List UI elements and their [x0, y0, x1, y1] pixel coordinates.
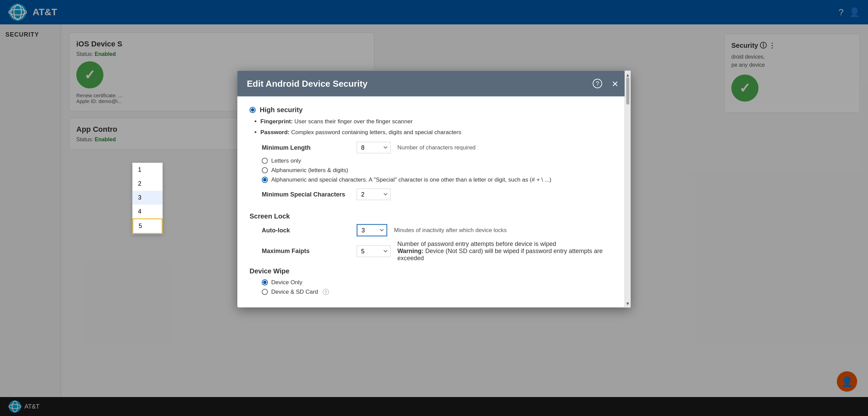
autolock-hint: Minutes of inactivity after which device… [394, 227, 507, 234]
modal-help-button[interactable]: ? [591, 78, 604, 90]
modal-scrollbar[interactable]: ▲ ▼ [625, 71, 631, 308]
high-security-radio[interactable] [250, 107, 256, 113]
high-security-label: High security [260, 106, 303, 114]
letters-only-radio[interactable] [262, 158, 268, 164]
autolock-row: Auto-lock 3 1 2 4 5 Minutes of inactivit… [262, 224, 618, 236]
warning-label: Warning: [397, 248, 423, 254]
alphanumeric-special-radio[interactable] [262, 177, 268, 183]
screen-lock-title: Screen Lock [250, 212, 618, 220]
max-fail-label-text: Maximum Fai [262, 248, 300, 254]
device-only-option: Device Only [262, 279, 618, 286]
warning-text: Device (Not SD card) will be wiped if pa… [397, 248, 603, 262]
min-special-chars-row: Minimum Special Characters 2 1 3 [262, 189, 618, 200]
fingerprint-label: Fingerprint: [260, 118, 293, 125]
max-fail-suffix: pts [300, 248, 310, 254]
radio-dot [251, 108, 254, 111]
modal-close-button[interactable]: × [609, 78, 621, 90]
password-text: Complex password containing letters, dig… [291, 129, 461, 135]
modal-body: High security Fingerprint: User scans th… [237, 97, 631, 308]
max-fail-row: Maximum Faipts 5 3 4 6 Number of passwor… [262, 241, 618, 262]
letters-only-option: Letters only [262, 158, 618, 164]
max-fail-hint: Number of password entry attempts before… [397, 241, 618, 248]
dropdown-item-4[interactable]: 4 [133, 205, 162, 219]
max-fail-label: Maximum Faipts [262, 248, 350, 255]
max-fail-select[interactable]: 5 3 4 6 [357, 245, 391, 257]
autolock-select[interactable]: 3 1 2 4 5 [357, 224, 387, 236]
min-length-select[interactable]: 8 4 6 10 12 [357, 142, 391, 153]
device-sd-help-icon: ? [323, 289, 329, 295]
alphanumeric-special-label: Alphanumeric and special characters. A "… [271, 176, 551, 183]
modal-header-actions: ? × [591, 78, 621, 90]
dropdown-item-1[interactable]: 1 [133, 163, 162, 177]
device-only-label: Device Only [271, 279, 302, 286]
alphanumeric-special-option: Alphanumeric and special characters. A "… [262, 176, 618, 183]
alphanumeric-special-dot [263, 178, 267, 182]
device-sd-option: Device & SD Card ? [262, 289, 618, 295]
security-bullets: Fingerprint: User scans their finger ove… [260, 117, 618, 137]
high-security-row: High security [250, 106, 618, 114]
password-label: Password: [260, 129, 290, 135]
edit-security-modal: Edit Android Device Security ? × High se… [237, 71, 631, 308]
min-special-chars-label: Minimum Special Characters [262, 191, 350, 198]
modal-title: Edit Android Device Security [247, 78, 368, 89]
device-only-dot [263, 281, 267, 284]
max-fail-warning: Warning: Device (Not SD card) will be wi… [397, 248, 618, 262]
max-fail-hint-container: Number of password entry attempts before… [397, 241, 618, 262]
scroll-down-arrow[interactable]: ▼ [626, 301, 630, 306]
autolock-label: Auto-lock [262, 227, 350, 234]
dropdown-item-5[interactable]: 5 [133, 219, 162, 234]
fingerprint-bullet: Fingerprint: User scans their finger ove… [260, 117, 618, 126]
autolock-dropdown-popup: 1 2 3 4 5 [132, 163, 163, 234]
dropdown-item-2[interactable]: 2 [133, 177, 162, 191]
section-gap-1 [250, 204, 618, 212]
alphanumeric-label: Alphanumeric (letters & digits) [271, 167, 348, 174]
min-special-chars-select[interactable]: 2 1 3 [357, 189, 391, 200]
fingerprint-text: User scans their finger over the finger … [294, 118, 413, 125]
modal-help-icon: ? [593, 79, 602, 88]
modal-header: Edit Android Device Security ? × [237, 71, 631, 97]
letters-only-label: Letters only [271, 158, 301, 164]
scroll-up-arrow[interactable]: ▲ [626, 72, 630, 78]
device-sd-label: Device & SD Card [271, 289, 318, 295]
min-length-row: Minimum Length 8 4 6 10 12 Number of cha… [262, 142, 618, 153]
min-length-hint: Number of characters required [397, 144, 476, 151]
min-length-label: Minimum Length [262, 144, 350, 151]
scroll-thumb[interactable] [626, 78, 629, 105]
alphanumeric-option: Alphanumeric (letters & digits) [262, 167, 618, 174]
device-wipe-title: Device Wipe [250, 267, 618, 275]
device-sd-radio[interactable] [262, 289, 268, 295]
dropdown-item-3[interactable]: 3 [133, 191, 162, 205]
device-wipe-section: Device Wipe Device Only Device & SD Card… [250, 267, 618, 295]
alphanumeric-radio[interactable] [262, 167, 268, 173]
password-bullet: Password: Complex password containing le… [260, 128, 618, 137]
device-only-radio[interactable] [262, 279, 268, 286]
